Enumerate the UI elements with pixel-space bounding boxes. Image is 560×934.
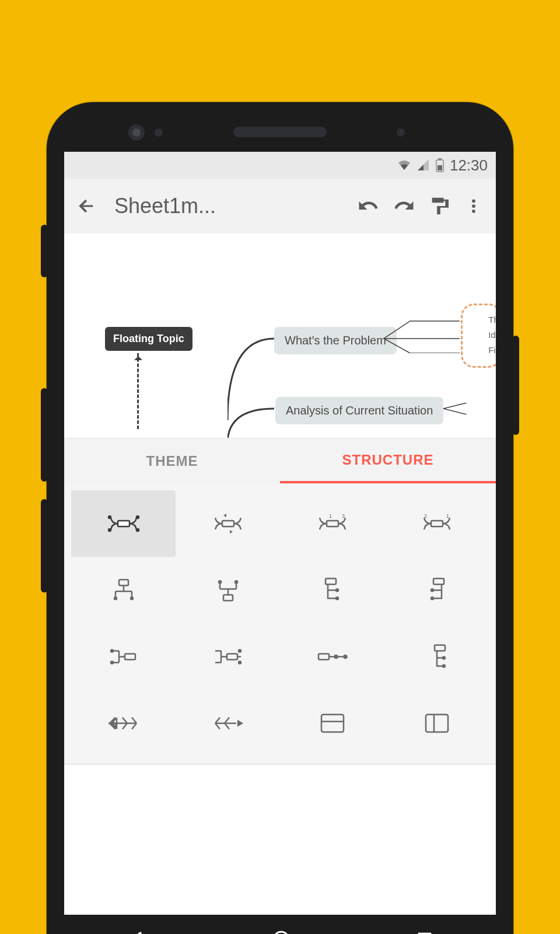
svg-rect-2 (438, 165, 442, 170)
triangle-back-icon (127, 929, 146, 934)
svg-text:2: 2 (424, 513, 427, 519)
arrow-back-icon (76, 196, 96, 216)
subtopic-connector (384, 318, 460, 353)
back-button[interactable] (69, 189, 104, 224)
svg-point-41 (443, 665, 445, 667)
structure-option-logic-right[interactable] (280, 557, 384, 623)
structure-option-timeline[interactable] (280, 623, 384, 690)
topic-node[interactable]: Analysis of Current Situation (275, 397, 443, 424)
svg-point-3 (472, 199, 475, 203)
svg-point-25 (336, 589, 338, 591)
status-time: 12:30 (450, 156, 488, 175)
undo-icon (358, 196, 379, 217)
structure-option-fishbone-left[interactable] (71, 690, 176, 757)
structure-option-org-down[interactable] (71, 557, 176, 623)
structure-option-tree-down[interactable] (384, 623, 489, 690)
structure-option-balanced[interactable]: 21 (384, 490, 489, 557)
phone-button-side (41, 225, 48, 277)
svg-text:1: 1 (446, 513, 449, 519)
structure-option-tree-left[interactable] (176, 623, 280, 690)
subtopic-text: Th (488, 312, 496, 327)
svg-rect-15 (431, 521, 443, 527)
svg-point-7 (108, 516, 111, 518)
structure-option-map[interactable] (71, 490, 176, 557)
svg-rect-27 (433, 578, 444, 584)
svg-rect-36 (318, 654, 329, 660)
subtopic-text: Fir (488, 343, 496, 358)
structure-option-matrix[interactable] (384, 690, 489, 757)
signal-icon (417, 159, 430, 172)
structure-option-tree-right[interactable] (71, 623, 176, 690)
svg-rect-12 (327, 521, 338, 527)
svg-rect-18 (119, 580, 128, 586)
more-button[interactable] (456, 189, 491, 224)
undo-button[interactable] (351, 189, 386, 224)
structure-option-fishbone-right[interactable] (176, 690, 280, 757)
floating-topic-node[interactable]: Floating Topic (105, 327, 192, 351)
structure-option-anticlockwise[interactable]: 13 (280, 490, 384, 557)
panel-tabs: THEME STRUCTURE (64, 438, 496, 483)
structure-options-grid: 13 21 (64, 483, 496, 764)
square-recent-icon (416, 930, 433, 934)
svg-rect-45 (426, 715, 448, 732)
svg-rect-6 (118, 521, 130, 527)
svg-rect-30 (125, 654, 135, 660)
svg-point-37 (334, 656, 337, 658)
svg-rect-1 (438, 158, 442, 160)
nav-recent-button[interactable] (416, 930, 433, 934)
structure-option-org-up[interactable] (176, 557, 280, 623)
svg-point-8 (108, 529, 111, 531)
svg-rect-44 (321, 715, 344, 732)
redo-button[interactable] (386, 189, 421, 224)
svg-point-20 (131, 597, 133, 600)
svg-point-22 (219, 581, 221, 583)
structure-option-spreadsheet[interactable] (280, 690, 384, 757)
structure-option-clockwise[interactable] (176, 490, 280, 557)
svg-rect-11 (222, 521, 234, 527)
battery-icon (436, 158, 444, 172)
status-bar: 12:30 (64, 152, 496, 179)
branch-connector (228, 403, 280, 438)
svg-rect-39 (435, 645, 445, 651)
svg-point-10 (136, 529, 139, 531)
phone-camera (128, 124, 145, 141)
wifi-icon (397, 158, 411, 172)
topic-node[interactable]: What's the Problem (274, 327, 397, 354)
svg-text:3: 3 (342, 513, 345, 519)
android-nav-bar (64, 915, 496, 934)
phone-button-power (512, 336, 519, 435)
svg-point-9 (136, 516, 139, 518)
svg-rect-24 (326, 578, 336, 584)
mindmap-canvas[interactable]: Floating Topic What's the Problem Analys… (64, 234, 496, 438)
svg-rect-33 (227, 654, 237, 660)
svg-point-28 (431, 589, 433, 591)
tab-structure[interactable]: STRUCTURE (280, 438, 496, 483)
svg-point-38 (344, 656, 346, 658)
circle-home-icon (271, 929, 291, 934)
phone-frame: 12:30 Sheet1m... Floating Topic (47, 102, 513, 934)
nav-back-button[interactable] (127, 929, 146, 934)
svg-rect-21 (223, 595, 233, 601)
svg-point-40 (443, 657, 445, 659)
svg-point-4 (472, 204, 475, 208)
svg-marker-43 (237, 720, 243, 727)
format-paint-icon (429, 196, 449, 216)
svg-point-5 (472, 210, 475, 213)
svg-point-19 (114, 597, 117, 600)
nav-home-button[interactable] (271, 929, 291, 934)
document-title[interactable]: Sheet1m... (104, 194, 351, 218)
phone-sensor (397, 128, 405, 137)
phone-speaker (233, 127, 327, 137)
phone-button-volume-up (41, 388, 48, 482)
redo-icon (393, 196, 414, 217)
svg-point-32 (111, 661, 113, 664)
tab-theme[interactable]: THEME (64, 438, 280, 483)
structure-option-logic-left[interactable] (384, 557, 489, 623)
clipped-subtopics: Th Ide Fir (488, 312, 496, 358)
subtopic-text: Ide (488, 327, 496, 343)
phone-sensor (155, 128, 163, 137)
svg-point-35 (239, 661, 241, 664)
format-button[interactable] (421, 189, 456, 224)
subtopic-connector (443, 403, 496, 414)
divider (64, 764, 496, 765)
